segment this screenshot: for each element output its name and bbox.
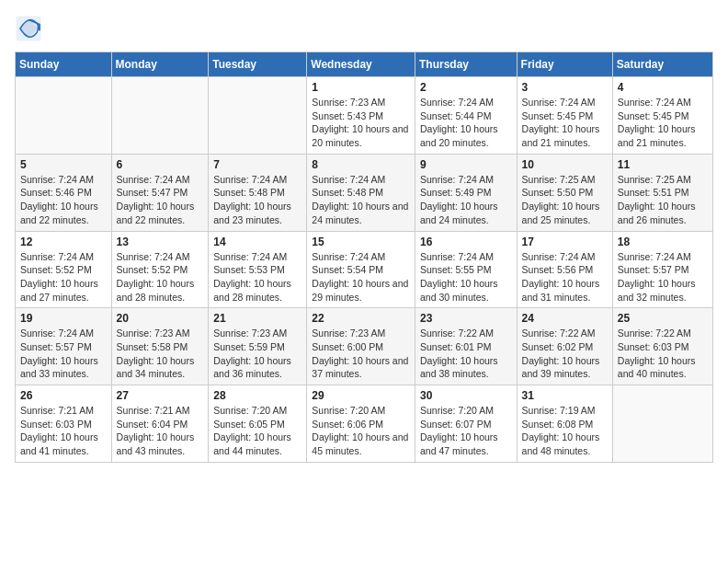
calendar-week-row: 12Sunrise: 7:24 AMSunset: 5:52 PMDayligh… <box>16 231 713 308</box>
calendar-cell: 8Sunrise: 7:24 AMSunset: 5:48 PMDaylight… <box>307 154 415 231</box>
day-number: 29 <box>312 389 410 402</box>
day-number: 13 <box>117 236 204 248</box>
day-info: Sunrise: 7:24 AMSunset: 5:44 PMDaylight:… <box>420 96 512 150</box>
day-info: Sunrise: 7:20 AMSunset: 6:06 PMDaylight:… <box>312 404 410 458</box>
day-number: 30 <box>420 389 512 402</box>
day-info: Sunrise: 7:24 AMSunset: 5:46 PMDaylight:… <box>20 173 107 227</box>
day-number: 25 <box>618 312 708 325</box>
calendar-cell: 10Sunrise: 7:25 AMSunset: 5:50 PMDayligh… <box>517 154 612 231</box>
calendar-cell: 31Sunrise: 7:19 AMSunset: 6:08 PMDayligh… <box>517 385 612 463</box>
day-info: Sunrise: 7:24 AMSunset: 5:53 PMDaylight:… <box>213 250 301 304</box>
calendar-cell: 17Sunrise: 7:24 AMSunset: 5:56 PMDayligh… <box>517 231 612 308</box>
day-number: 9 <box>420 158 512 171</box>
day-info: Sunrise: 7:20 AMSunset: 6:05 PMDaylight:… <box>213 404 301 458</box>
day-info: Sunrise: 7:21 AMSunset: 6:04 PMDaylight:… <box>117 404 204 458</box>
calendar-header-row: SundayMondayTuesdayWednesdayThursdayFrid… <box>16 52 713 77</box>
day-info: Sunrise: 7:21 AMSunset: 6:03 PMDaylight:… <box>20 404 107 458</box>
calendar-cell: 29Sunrise: 7:20 AMSunset: 6:06 PMDayligh… <box>307 385 415 463</box>
calendar-cell <box>16 77 112 155</box>
logo-icon <box>15 15 42 42</box>
calendar-day-header: Friday <box>517 52 612 77</box>
calendar-cell: 26Sunrise: 7:21 AMSunset: 6:03 PMDayligh… <box>16 385 112 463</box>
calendar-cell: 21Sunrise: 7:23 AMSunset: 5:59 PMDayligh… <box>209 308 307 385</box>
day-number: 16 <box>420 236 512 248</box>
day-number: 20 <box>117 312 204 325</box>
calendar-cell <box>612 385 712 463</box>
day-number: 15 <box>312 236 410 248</box>
day-info: Sunrise: 7:24 AMSunset: 5:49 PMDaylight:… <box>420 173 512 227</box>
calendar-day-header: Thursday <box>415 52 517 77</box>
day-info: Sunrise: 7:24 AMSunset: 5:48 PMDaylight:… <box>213 173 301 227</box>
calendar-cell: 15Sunrise: 7:24 AMSunset: 5:54 PMDayligh… <box>307 231 415 308</box>
calendar-cell: 1Sunrise: 7:23 AMSunset: 5:43 PMDaylight… <box>307 77 415 155</box>
day-number: 23 <box>420 312 512 325</box>
calendar-cell: 6Sunrise: 7:24 AMSunset: 5:47 PMDaylight… <box>111 154 209 231</box>
calendar-cell: 20Sunrise: 7:23 AMSunset: 5:58 PMDayligh… <box>111 308 209 385</box>
calendar-cell: 12Sunrise: 7:24 AMSunset: 5:52 PMDayligh… <box>16 231 112 308</box>
day-number: 24 <box>522 312 608 325</box>
day-number: 14 <box>213 236 301 248</box>
day-info: Sunrise: 7:24 AMSunset: 5:54 PMDaylight:… <box>312 250 410 304</box>
day-info: Sunrise: 7:23 AMSunset: 5:59 PMDaylight:… <box>213 327 301 381</box>
day-info: Sunrise: 7:23 AMSunset: 5:43 PMDaylight:… <box>312 96 410 150</box>
calendar-cell: 22Sunrise: 7:23 AMSunset: 6:00 PMDayligh… <box>307 308 415 385</box>
day-info: Sunrise: 7:24 AMSunset: 5:52 PMDaylight:… <box>117 250 204 304</box>
day-number: 10 <box>522 158 608 171</box>
calendar-cell: 3Sunrise: 7:24 AMSunset: 5:45 PMDaylight… <box>517 77 612 155</box>
calendar-cell: 25Sunrise: 7:22 AMSunset: 6:03 PMDayligh… <box>612 308 712 385</box>
day-number: 27 <box>117 389 204 402</box>
day-info: Sunrise: 7:24 AMSunset: 5:57 PMDaylight:… <box>20 327 107 381</box>
calendar-week-row: 1Sunrise: 7:23 AMSunset: 5:43 PMDaylight… <box>16 77 713 155</box>
calendar-cell: 9Sunrise: 7:24 AMSunset: 5:49 PMDaylight… <box>415 154 517 231</box>
calendar-cell: 18Sunrise: 7:24 AMSunset: 5:57 PMDayligh… <box>612 231 712 308</box>
day-info: Sunrise: 7:25 AMSunset: 5:50 PMDaylight:… <box>522 173 608 227</box>
calendar-day-header: Wednesday <box>307 52 415 77</box>
day-info: Sunrise: 7:23 AMSunset: 6:00 PMDaylight:… <box>312 327 410 381</box>
day-number: 21 <box>213 312 301 325</box>
day-number: 26 <box>20 389 107 402</box>
calendar-week-row: 19Sunrise: 7:24 AMSunset: 5:57 PMDayligh… <box>16 308 713 385</box>
logo <box>15 15 44 42</box>
day-info: Sunrise: 7:24 AMSunset: 5:56 PMDaylight:… <box>522 250 608 304</box>
day-number: 31 <box>522 389 608 402</box>
day-info: Sunrise: 7:22 AMSunset: 6:01 PMDaylight:… <box>420 327 512 381</box>
day-number: 12 <box>20 236 107 248</box>
day-number: 8 <box>312 158 410 171</box>
calendar-cell: 14Sunrise: 7:24 AMSunset: 5:53 PMDayligh… <box>209 231 307 308</box>
day-number: 4 <box>618 81 708 94</box>
calendar-day-header: Sunday <box>16 52 112 77</box>
day-number: 11 <box>618 158 708 171</box>
calendar-cell: 30Sunrise: 7:20 AMSunset: 6:07 PMDayligh… <box>415 385 517 463</box>
day-number: 28 <box>213 389 301 402</box>
calendar-cell: 24Sunrise: 7:22 AMSunset: 6:02 PMDayligh… <box>517 308 612 385</box>
day-info: Sunrise: 7:22 AMSunset: 6:03 PMDaylight:… <box>618 327 708 381</box>
calendar-cell <box>111 77 209 155</box>
day-number: 22 <box>312 312 410 325</box>
calendar-cell: 27Sunrise: 7:21 AMSunset: 6:04 PMDayligh… <box>111 385 209 463</box>
calendar-cell: 13Sunrise: 7:24 AMSunset: 5:52 PMDayligh… <box>111 231 209 308</box>
day-number: 1 <box>312 81 410 94</box>
day-info: Sunrise: 7:23 AMSunset: 5:58 PMDaylight:… <box>117 327 204 381</box>
day-info: Sunrise: 7:24 AMSunset: 5:45 PMDaylight:… <box>618 96 708 150</box>
calendar-cell: 16Sunrise: 7:24 AMSunset: 5:55 PMDayligh… <box>415 231 517 308</box>
calendar-week-row: 26Sunrise: 7:21 AMSunset: 6:03 PMDayligh… <box>16 385 713 463</box>
calendar-table: SundayMondayTuesdayWednesdayThursdayFrid… <box>15 52 713 463</box>
day-info: Sunrise: 7:25 AMSunset: 5:51 PMDaylight:… <box>618 173 708 227</box>
calendar-cell: 4Sunrise: 7:24 AMSunset: 5:45 PMDaylight… <box>612 77 712 155</box>
day-info: Sunrise: 7:24 AMSunset: 5:48 PMDaylight:… <box>312 173 410 227</box>
day-number: 5 <box>20 158 107 171</box>
calendar-cell: 2Sunrise: 7:24 AMSunset: 5:44 PMDaylight… <box>415 77 517 155</box>
page-header <box>15 15 713 42</box>
day-info: Sunrise: 7:19 AMSunset: 6:08 PMDaylight:… <box>522 404 608 458</box>
day-info: Sunrise: 7:24 AMSunset: 5:52 PMDaylight:… <box>20 250 107 304</box>
day-info: Sunrise: 7:24 AMSunset: 5:47 PMDaylight:… <box>117 173 204 227</box>
day-number: 17 <box>522 236 608 248</box>
day-number: 18 <box>618 236 708 248</box>
day-number: 6 <box>117 158 204 171</box>
day-number: 19 <box>20 312 107 325</box>
calendar-week-row: 5Sunrise: 7:24 AMSunset: 5:46 PMDaylight… <box>16 154 713 231</box>
day-info: Sunrise: 7:24 AMSunset: 5:57 PMDaylight:… <box>618 250 708 304</box>
calendar-day-header: Tuesday <box>209 52 307 77</box>
day-info: Sunrise: 7:20 AMSunset: 6:07 PMDaylight:… <box>420 404 512 458</box>
calendar-cell: 7Sunrise: 7:24 AMSunset: 5:48 PMDaylight… <box>209 154 307 231</box>
